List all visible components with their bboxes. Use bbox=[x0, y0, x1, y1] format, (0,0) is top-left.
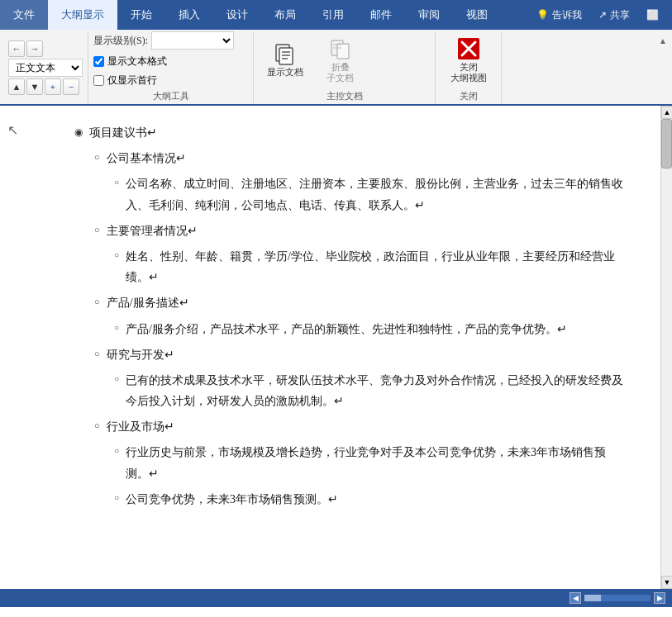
tab-reference[interactable]: 引用 bbox=[309, 0, 357, 30]
tab-design[interactable]: 设计 bbox=[213, 0, 261, 30]
bullet-icon: ○ bbox=[114, 372, 119, 387]
scroll-up-btn[interactable]: ▲ bbox=[661, 106, 672, 119]
status-right: ◀ ▶ bbox=[570, 592, 665, 604]
scrollbar-vertical[interactable]: ▲ ▼ bbox=[660, 106, 672, 589]
list-item: ○产品/服务介绍，产品技术水平，产品的新颖性、先进性和独特性，产品的竞争优势。↵ bbox=[74, 319, 627, 339]
nav-arrows: ← → 正文文本 ▲ ▼ + − bbox=[8, 40, 83, 95]
tell-me-label: 告诉我 bbox=[552, 8, 582, 22]
ribbon-bands: ← → 正文文本 ▲ ▼ + − bbox=[0, 30, 672, 104]
list-item: ○已有的技术成果及技术水平，研发队伍技术水平、竞争力及对外合作情况，已经投入的研… bbox=[74, 370, 627, 411]
show-doc-btn[interactable]: 显示文档 bbox=[259, 37, 312, 81]
outline-text: 主要管理者情况↵ bbox=[107, 221, 198, 241]
cursor-area: ↖ bbox=[0, 106, 25, 589]
bullet-icon: ○ bbox=[94, 346, 100, 363]
back-btn[interactable]: ← bbox=[8, 40, 25, 57]
forward-btn[interactable]: → bbox=[26, 40, 43, 57]
show-first-label: 仅显示首行 bbox=[107, 74, 157, 88]
outline-text: 行业及市场↵ bbox=[107, 416, 174, 437]
ribbon: ← → 正文文本 ▲ ▼ + − bbox=[0, 30, 672, 106]
svg-rect-1 bbox=[279, 48, 293, 64]
collapse-btn[interactable]: − bbox=[63, 78, 79, 95]
svg-rect-6 bbox=[337, 44, 349, 59]
ribbon-collapse-btn[interactable]: ▲ bbox=[657, 35, 669, 46]
bullet-icon: ○ bbox=[94, 294, 100, 311]
level-select[interactable] bbox=[151, 31, 234, 50]
tab-insert[interactable]: 插入 bbox=[165, 0, 213, 30]
level-label: 显示级别(S): bbox=[93, 34, 148, 48]
tab-mail[interactable]: 邮件 bbox=[357, 0, 405, 30]
scroll-track[interactable] bbox=[661, 119, 672, 576]
scroll-h-track[interactable] bbox=[584, 595, 651, 601]
window-controls[interactable]: ⬜ bbox=[640, 6, 665, 25]
outline-text: 公司名称、成立时间、注册地区、注册资本，主要股东、股份比例，主营业务，过去三年的… bbox=[126, 173, 627, 215]
show-first-checkbox[interactable] bbox=[93, 75, 104, 86]
bullet-icon: ○ bbox=[114, 175, 119, 190]
lightbulb-icon: 💡 bbox=[536, 9, 549, 21]
tab-review[interactable]: 审阅 bbox=[405, 0, 453, 30]
outline-nav-band: ← → 正文文本 ▲ ▼ + − bbox=[3, 31, 88, 104]
outline-text: 行业历史与前景，市场规模及增长趋势，行业竞争对手及本公司竞争优势，未来3年市场销… bbox=[126, 442, 627, 483]
style-select[interactable]: 正文文本 bbox=[8, 59, 83, 77]
close-group-label: 关闭 bbox=[441, 88, 496, 104]
status-bar: ◀ ▶ bbox=[0, 589, 672, 607]
show-first-row: 仅显示首行 bbox=[93, 74, 157, 88]
scroll-right-btn[interactable]: ▶ bbox=[654, 592, 665, 604]
share-label: 共享 bbox=[610, 8, 630, 22]
scroll-thumb[interactable] bbox=[661, 119, 672, 168]
list-item: ○产品/服务描述↵ bbox=[74, 292, 627, 313]
share-btn[interactable]: ↗ 共享 bbox=[592, 5, 636, 26]
scroll-down-btn[interactable]: ▼ bbox=[661, 576, 672, 589]
list-item: ◉项目建议书↵ bbox=[74, 122, 627, 143]
collapse-icon bbox=[327, 36, 354, 62]
show-format-checkbox[interactable] bbox=[93, 56, 104, 67]
bullet-icon: ◉ bbox=[74, 124, 83, 142]
list-item: ○公司竞争优势，未来3年市场销售预测。↵ bbox=[74, 489, 627, 510]
outline-text: 姓名、性别、年龄、籍贯，学历/学位、毕业院校，政治面目，行业从业年限，主要经历和… bbox=[126, 246, 627, 287]
tab-file[interactable]: 文件 bbox=[0, 0, 48, 30]
level-up-btn[interactable]: ▲ bbox=[8, 78, 25, 95]
list-item: ○姓名、性别、年龄、籍贯，学历/学位、毕业院校，政治面目，行业从业年限，主要经历… bbox=[74, 246, 627, 287]
bullet-icon: ○ bbox=[114, 491, 119, 505]
list-item: ○公司名称、成立时间、注册地区、注册资本，主要股东、股份比例，主营业务，过去三年… bbox=[74, 173, 627, 215]
tab-outline[interactable]: 大纲显示 bbox=[48, 0, 117, 30]
doc-area: ↖ ◉项目建议书↵○公司基本情况↵○公司名称、成立时间、注册地区、注册资本，主要… bbox=[0, 106, 672, 589]
outline-tools-label: 大纲工具 bbox=[93, 88, 248, 104]
bullet-icon: ○ bbox=[94, 418, 100, 434]
tab-start[interactable]: 开始 bbox=[117, 0, 165, 30]
scroll-left-btn[interactable]: ◀ bbox=[570, 592, 581, 604]
level-wrapper: 显示级别(S): bbox=[93, 31, 234, 50]
tab-layout[interactable]: 布局 bbox=[261, 0, 309, 30]
expand-btn[interactable]: + bbox=[45, 78, 61, 95]
master-doc-band: 显示文档 折叠 子文档 主控文档 bbox=[254, 31, 436, 104]
collapse-subdoc-btn[interactable]: 折叠 子文档 bbox=[318, 32, 362, 87]
master-doc-label: 主控文档 bbox=[259, 88, 430, 104]
outline-text: 产品/服务描述↵ bbox=[107, 292, 189, 313]
bullet-icon: ○ bbox=[114, 248, 119, 263]
list-item: ○公司基本情况↵ bbox=[74, 148, 627, 168]
close-outline-btn[interactable]: 关闭 大纲视图 bbox=[442, 32, 495, 87]
bullet-icon: ○ bbox=[114, 320, 119, 335]
level-down-btn[interactable]: ▼ bbox=[26, 78, 43, 95]
title-bar: 文件 大纲显示 开始 插入 设计 布局 引用 邮件 审阅 视图 💡 告诉我 ↗ … bbox=[0, 0, 672, 30]
outline-text: 公司基本情况↵ bbox=[107, 148, 186, 168]
bullet-icon: ○ bbox=[94, 150, 100, 166]
show-doc-icon bbox=[272, 40, 298, 67]
close-outline-label: 关闭 大纲视图 bbox=[450, 62, 487, 83]
scroll-h-thumb[interactable] bbox=[584, 595, 601, 601]
doc-content[interactable]: ◉项目建议书↵○公司基本情况↵○公司名称、成立时间、注册地区、注册资本，主要股东… bbox=[25, 106, 660, 589]
tab-view[interactable]: 视图 bbox=[453, 0, 501, 30]
outline-tools-band: 显示级别(S): 显示文本格式 仅显示首行 大纲工具 bbox=[88, 31, 254, 104]
main-area: ↖ ◉项目建议书↵○公司基本情况↵○公司名称、成立时间、注册地区、注册资本，主要… bbox=[0, 106, 672, 589]
close-outline-icon bbox=[455, 36, 482, 62]
outline-text: 研究与开发↵ bbox=[107, 344, 174, 365]
close-band: 关闭 大纲视图 关闭 bbox=[436, 31, 502, 104]
outline-text: 已有的技术成果及技术水平，研发队伍技术水平、竞争力及对外合作情况，已经投入的研发… bbox=[126, 370, 627, 411]
outline-text: 产品/服务介绍，产品技术水平，产品的新颖性、先进性和独特性，产品的竞争优势。↵ bbox=[126, 319, 567, 339]
outline-text: 项目建议书↵ bbox=[89, 122, 157, 143]
show-format-row: 显示文本格式 bbox=[93, 55, 167, 69]
tell-me-btn[interactable]: 💡 告诉我 bbox=[530, 5, 589, 26]
list-item: ○行业及市场↵ bbox=[74, 416, 627, 437]
list-item: ○行业历史与前景，市场规模及增长趋势，行业竞争对手及本公司竞争优势，未来3年市场… bbox=[74, 442, 627, 483]
show-doc-label: 显示文档 bbox=[267, 67, 303, 78]
scroll-h-area[interactable]: ◀ ▶ bbox=[570, 592, 665, 604]
